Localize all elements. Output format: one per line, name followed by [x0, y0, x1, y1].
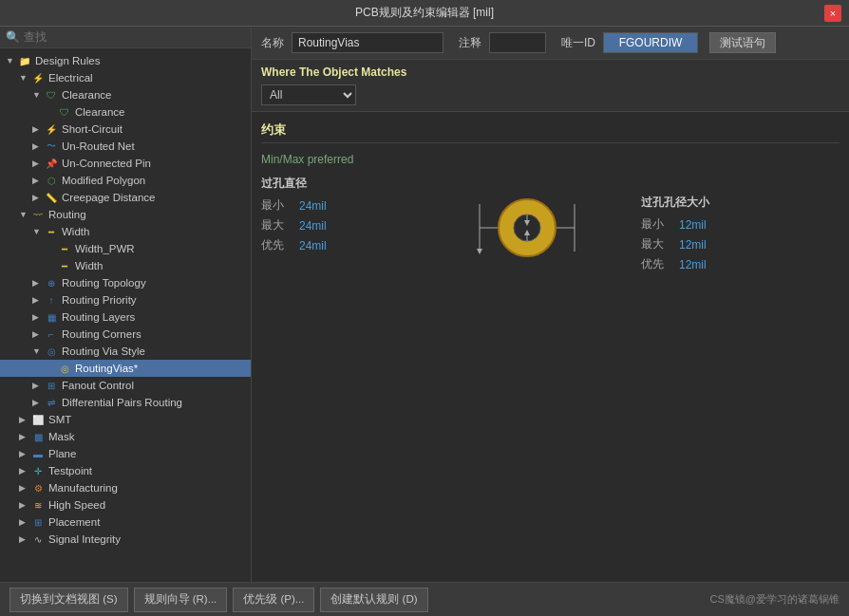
where-section: Where The Object Matches All Net Net Cla… [252, 60, 849, 112]
watermark: CS魔镜@爱学习的诸葛锅锥 [710, 592, 840, 607]
min-label-1: 最小 [261, 197, 292, 214]
tree-label-width: Width [62, 226, 89, 237]
tree-item-mask[interactable]: ▶▩Mask [0, 428, 251, 445]
topology-icon: ⊕ [44, 276, 59, 289]
tree-item-signal-integrity[interactable]: ▶∿Signal Integrity [0, 531, 251, 548]
measure-icon: 📏 [44, 191, 59, 204]
tree-item-fanout-control[interactable]: ▶⊞Fanout Control [0, 377, 251, 394]
tree-label-routing: Routing [48, 209, 86, 220]
hole-min-row: 最小 12mil [641, 216, 709, 233]
tree-arrow-routing-topology: ▶ [32, 278, 44, 288]
tree-item-placement[interactable]: ▶⊞Placement [0, 513, 251, 531]
tree-arrow-width: ▼ [32, 227, 44, 236]
where-select[interactable]: All Net Net Class Layer Pad Custom Query [261, 84, 356, 105]
mask-icon: ▩ [30, 430, 46, 443]
tree-item-un-connected-pin[interactable]: ▶📌Un-Connected Pin [0, 155, 251, 172]
tree-item-un-routed-net[interactable]: ▶〜Un-Routed Net [0, 138, 251, 155]
width-icon: ━ [57, 242, 72, 255]
tree-item-routing[interactable]: ▼〰Routing [0, 206, 251, 223]
hole-min-value: 12mil [679, 218, 707, 232]
tree-item-routing-topology[interactable]: ▶⊕Routing Topology [0, 274, 251, 291]
tree-item-width[interactable]: ▼━Width [0, 223, 251, 240]
tree-item-testpoint[interactable]: ▶✛Testpoint [0, 462, 251, 479]
tree-label-un-routed-net: Un-Routed Net [62, 140, 135, 152]
tree-arrow-design-rules: ▼ [6, 56, 17, 65]
tree-arrow-plane: ▶ [19, 449, 30, 458]
folder-icon: 📁 [17, 54, 32, 67]
route-icon: 〰 [30, 208, 46, 221]
hole-pref-label: 优先 [641, 256, 671, 272]
tree-label-electrical: Electrical [48, 72, 93, 84]
id-input[interactable] [603, 32, 698, 53]
search-input[interactable] [24, 30, 245, 44]
bottom-bar: 切换到文档视图 (S) 规则向导 (R)... 优先级 (P)... 创建默认规… [0, 582, 849, 616]
tree-arrow-routing-via-style: ▼ [32, 346, 44, 356]
tree-item-width-pwr[interactable]: ━Width_PWR [0, 240, 251, 257]
tree-label-modified-polygon: Modified Polygon [62, 175, 145, 186]
window-title: PCB规则及约束编辑器 [mil] [25, 5, 824, 21]
test-button[interactable]: 测试语句 [709, 32, 776, 53]
tree-arrow-routing-priority: ▶ [32, 295, 44, 305]
tree-item-modified-polygon[interactable]: ▶⬡Modified Polygon [0, 172, 251, 189]
tree-arrow-signal-integrity: ▶ [19, 534, 30, 544]
close-button[interactable]: × [824, 5, 841, 22]
tree-label-creepage-distance: Creepage Distance [62, 192, 155, 203]
tree-arrow-short-circuit: ▶ [32, 124, 44, 134]
tree-item-electrical[interactable]: ▼⚡Electrical [0, 69, 251, 86]
diff-icon: ⇌ [44, 396, 59, 409]
bottom-buttons: 切换到文档视图 (S) 规则向导 (R)... 优先级 (P)... 创建默认规… [9, 588, 428, 612]
tree-label-manufacturing: Manufacturing [48, 482, 118, 494]
tree-arrow-creepage-distance: ▶ [32, 193, 44, 202]
tree-item-routing-corners[interactable]: ▶⌐Routing Corners [0, 326, 251, 343]
tree-item-routing-via-style[interactable]: ▼◎Routing Via Style [0, 343, 251, 360]
tree-label-routing-layers: Routing Layers [62, 311, 135, 323]
comment-input[interactable] [489, 32, 546, 53]
tree-item-diff-pairs[interactable]: ▶⇌Differential Pairs Routing [0, 394, 251, 411]
pref-value-1: 24mil [299, 239, 347, 252]
switch-doc-view-button[interactable]: 切换到文档视图 (S) [9, 588, 128, 612]
place-icon: ⊞ [30, 515, 46, 529]
tree-item-short-circuit[interactable]: ▶⚡Short-Circuit [0, 121, 251, 138]
tree-arrow-modified-polygon: ▶ [32, 176, 44, 185]
zap-icon: ⚡ [44, 122, 59, 136]
via-icon: ◎ [57, 362, 72, 375]
tree-item-clearance-item[interactable]: 🛡Clearance [0, 103, 251, 121]
tree-item-clearance-group[interactable]: ▼🛡Clearance [0, 86, 251, 103]
tree-item-creepage-distance[interactable]: ▶📏Creepage Distance [0, 189, 251, 206]
tree-item-manufacturing[interactable]: ▶⚙Manufacturing [0, 479, 251, 496]
via-icon: ◎ [44, 345, 59, 358]
tree-item-design-rules[interactable]: ▼📁Design Rules [0, 52, 251, 69]
tree-item-routing-vias[interactable]: ◎RoutingVias* [0, 360, 251, 377]
tree-item-plane[interactable]: ▶▬Plane [0, 445, 251, 462]
hs-icon: ≋ [30, 498, 46, 512]
layers-icon: ▦ [44, 310, 59, 324]
hole-pref-value: 12mil [679, 258, 707, 271]
tree-label-width-item: Width [75, 260, 103, 271]
rule-wizard-button[interactable]: 规则向导 (R)... [134, 588, 228, 612]
tree-label-placement: Placement [48, 516, 100, 528]
param-row-min: 最小 24mil [261, 197, 432, 214]
rule-name-input[interactable] [292, 32, 443, 53]
via-params: 过孔直径 最小 24mil 最大 24mil 优先 24mil [261, 176, 432, 257]
hole-max-row: 最大 12mil [641, 236, 709, 252]
create-default-rules-button[interactable]: 创建默认规则 (D) [320, 588, 427, 612]
width-icon: ━ [44, 225, 59, 238]
tree-item-high-speed[interactable]: ▶≋High Speed [0, 496, 251, 513]
tree-arrow-manufacturing: ▶ [19, 483, 30, 493]
param-row-pref: 优先 24mil [261, 237, 432, 253]
tree-label-fanout-control: Fanout Control [62, 380, 134, 391]
tree-label-plane: Plane [48, 448, 76, 459]
id-label: 唯一ID [561, 35, 595, 51]
tree-item-routing-layers[interactable]: ▶▦Routing Layers [0, 308, 251, 326]
tree-arrow-fanout-control: ▶ [32, 381, 44, 390]
tree-item-routing-priority[interactable]: ▶↑Routing Priority [0, 291, 251, 308]
hole-pref-row: 优先 12mil [641, 256, 709, 272]
tree-item-smt[interactable]: ▶⬜SMT [0, 411, 251, 428]
fanout-icon: ⊞ [44, 379, 59, 392]
tree-label-high-speed: High Speed [48, 499, 105, 511]
title-bar: PCB规则及约束编辑器 [mil] × [0, 0, 849, 27]
priority-button[interactable]: 优先级 (P)... [233, 588, 314, 612]
tree-label-routing-topology: Routing Topology [62, 277, 146, 289]
tree-item-width-item[interactable]: ━Width [0, 257, 251, 274]
right-panel: 名称 注释 唯一ID 测试语句 Where The Object Matches… [252, 27, 849, 582]
